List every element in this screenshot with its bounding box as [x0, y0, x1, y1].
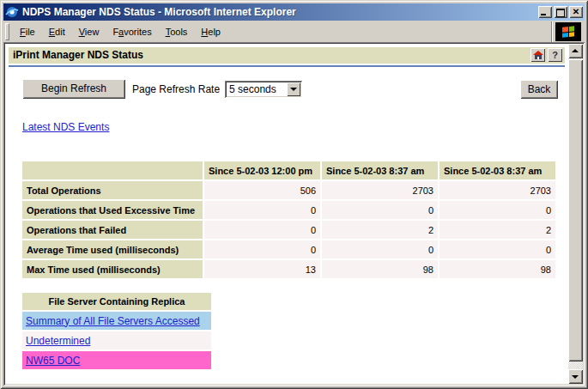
replica-row-undetermined: Undetermined [22, 331, 211, 349]
stat-value: 0 [204, 221, 320, 239]
stat-value: 0 [439, 240, 555, 258]
arrow-down-icon [572, 375, 579, 379]
stat-value: 2703 [322, 181, 438, 199]
menu-tools[interactable]: Tools [159, 24, 195, 40]
stat-value: 0 [204, 201, 320, 219]
window-title: NDPS Manager NDS Status - Microsoft Inte… [22, 6, 538, 18]
menu-view[interactable]: View [72, 24, 106, 40]
stat-value: 0 [322, 240, 438, 258]
stat-value: 2703 [439, 181, 555, 199]
table-header-row: File Server Containing Replica [22, 293, 211, 310]
arrow-up-icon [572, 49, 579, 52]
scrollbar-thumb[interactable] [568, 59, 583, 362]
stat-value: 98 [439, 260, 555, 278]
stat-value: 0 [322, 201, 438, 219]
page-body: iPrint Manager NDS Status ? [5, 44, 568, 384]
page-title-band: iPrint Manager NDS Status ? [9, 47, 565, 64]
nw65doc-link[interactable]: NW65 DOC [26, 355, 80, 367]
begin-refresh-button[interactable]: Begin Refresh [22, 79, 125, 99]
menu-file[interactable]: File [13, 24, 42, 40]
stat-value: 13 [204, 260, 320, 278]
maximize-icon [556, 9, 565, 17]
row-label: Max Time used (milliseconds) [22, 260, 203, 278]
replica-row-summary: Summary of All File Servers Accessed [22, 312, 211, 330]
scroll-down-button[interactable] [568, 369, 583, 384]
summary-all-file-servers-link[interactable]: Summary of All File Servers Accessed [26, 315, 200, 327]
windows-logo-icon [555, 22, 581, 41]
close-button[interactable]: ✕ [569, 6, 583, 18]
row-label: Operations that Failed [22, 221, 203, 239]
column-header: Since 5-02-03 8:37 am [439, 161, 555, 179]
browser-window: NDPS Manager NDS Status - Microsoft Inte… [0, 0, 588, 389]
table-row: Operations that Used Excessive Time 0 0 … [22, 201, 555, 219]
replica-table: File Server Containing Replica Summary o… [21, 291, 213, 371]
refresh-rate-select[interactable]: 5 seconds [225, 81, 302, 98]
row-label: Total Operations [22, 181, 203, 199]
vertical-scrollbar[interactable] [568, 44, 583, 384]
close-icon: ✕ [569, 6, 583, 17]
stat-value: 0 [439, 201, 555, 219]
stat-value: 506 [204, 181, 320, 199]
help-icon: ? [552, 49, 558, 61]
row-label: Operations that Used Excessive Time [22, 201, 203, 219]
latest-nds-events-link[interactable]: Latest NDS Events [22, 121, 109, 133]
row-label: Average Time used (milliseconds) [22, 240, 203, 258]
table-row: Operations that Failed 0 2 2 [22, 221, 555, 239]
home-button[interactable] [530, 48, 545, 62]
back-button[interactable]: Back [520, 80, 558, 99]
browser-viewport: iPrint Manager NDS Status ? [3, 42, 585, 386]
internet-explorer-icon [5, 5, 19, 19]
menu-edit[interactable]: Edit [42, 24, 72, 40]
chevron-down-icon [290, 88, 297, 91]
column-header: Since 5-02-03 12:00 pm [204, 161, 320, 179]
scroll-up-button[interactable] [568, 44, 583, 58]
stat-value: 0 [204, 240, 320, 258]
page-title: iPrint Manager NDS Status [13, 49, 143, 61]
nds-stats-table: Since 5-02-03 12:00 pm Since 5-02-03 8:3… [21, 160, 557, 280]
refresh-rate-label: Page Refresh Rate [132, 83, 220, 95]
header-divider [9, 65, 565, 67]
table-row: Undetermined [22, 331, 211, 349]
stat-value: 2 [322, 221, 438, 239]
table-row: Total Operations 506 2703 2703 [22, 181, 555, 199]
table-row: Max Time used (milliseconds) 13 98 98 [22, 260, 555, 278]
stat-value: 98 [322, 260, 438, 278]
title-bar[interactable]: NDPS Manager NDS Status - Microsoft Inte… [3, 3, 585, 21]
table-header-row: Since 5-02-03 12:00 pm Since 5-02-03 8:3… [22, 161, 555, 179]
table-row: NW65 DOC [22, 351, 211, 369]
throbber [551, 21, 585, 42]
refresh-toolbar: Begin Refresh Page Refresh Rate 5 second… [22, 79, 558, 99]
undetermined-link[interactable]: Undetermined [26, 335, 90, 347]
replica-row-nw65doc: NW65 DOC [22, 351, 211, 369]
minimize-button[interactable] [538, 6, 552, 18]
replica-table-header: File Server Containing Replica [22, 293, 211, 310]
stat-value: 2 [439, 221, 555, 239]
menu-favorites[interactable]: Favorites [106, 24, 158, 40]
table-row: Summary of All File Servers Accessed [22, 312, 211, 330]
toolbar-grip[interactable] [5, 23, 9, 40]
table-row: Average Time used (milliseconds) 0 0 0 [22, 240, 555, 258]
home-icon [533, 51, 543, 60]
help-button[interactable]: ? [548, 48, 562, 62]
refresh-rate-value: 5 seconds [229, 83, 276, 95]
menu-bar: File Edit View Favorites Tools Help [3, 21, 585, 42]
maximize-button[interactable] [554, 6, 567, 18]
column-header: Since 5-02-03 8:37 am [322, 161, 438, 179]
corner-cell [22, 161, 203, 179]
minimize-icon [541, 14, 546, 15]
select-arrow-button[interactable] [287, 82, 300, 96]
menu-help[interactable]: Help [194, 24, 227, 40]
